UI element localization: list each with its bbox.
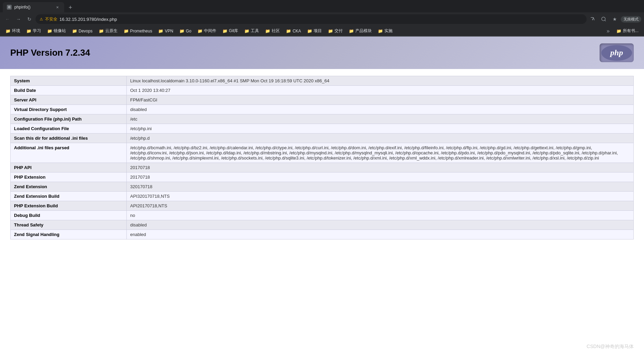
bookmark-item-10[interactable]: 📁 工具 xyxy=(242,27,262,34)
table-key: Zend Extension xyxy=(11,182,127,192)
tab-favicon: ⚙ xyxy=(7,5,12,10)
table-row: Server APIFPM/FastCGI xyxy=(11,95,634,105)
table-row: Configuration File (php.ini) Path/etc xyxy=(11,114,634,124)
bookmark-label: Git库 xyxy=(229,28,238,34)
bookmarks-all-button[interactable]: 📁 所有书... xyxy=(614,27,641,34)
security-icon: ⚠ xyxy=(40,17,43,22)
bookmark-item-1[interactable]: 📁 学习 xyxy=(24,27,44,34)
forward-button[interactable]: → xyxy=(14,14,23,24)
table-value: disabled xyxy=(127,105,634,114)
folder-icon: 📁 xyxy=(197,29,203,33)
table-value: /etc xyxy=(127,114,634,124)
bookmark-item-0[interactable]: 📁 环境 xyxy=(3,27,23,34)
bookmarks-more-button[interactable]: » xyxy=(605,28,612,34)
folder-icon: 📁 xyxy=(328,29,333,33)
table-row: PHP Extension20170718 xyxy=(11,172,634,182)
bookmarks-all-label: 所有书... xyxy=(623,28,639,34)
table-key: Server API xyxy=(11,95,127,105)
bookmark-label: 社区 xyxy=(272,28,280,34)
address-bar[interactable]: ⚠ 不安全 16.32.15.201:9780/index.php xyxy=(36,14,587,24)
table-key: Zend Extension Build xyxy=(11,192,127,201)
table-row: PHP Extension BuildAPI20170718,NTS xyxy=(11,201,634,211)
folder-icon: 📁 xyxy=(616,29,621,33)
folder-icon: 📁 xyxy=(124,29,129,33)
bookmark-item-11[interactable]: 📁 社区 xyxy=(262,27,283,34)
phpinfo-table: SystemLinux localhost.localdomain 3.10.0… xyxy=(10,76,634,239)
bookmark-label: CKA xyxy=(292,29,301,33)
folder-icon: 📁 xyxy=(5,29,11,33)
bookmark-label: 镜像站 xyxy=(54,28,66,34)
bookmark-item-7[interactable]: 📁 Go xyxy=(177,28,194,34)
browser-chrome: ⚙ phpinfo() ✕ + ← → ↻ ⚠ 不安全 16.32.15.201… xyxy=(0,0,644,37)
bookmark-label: VPN xyxy=(165,29,173,33)
toolbar: ← → ↻ ⚠ 不安全 16.32.15.201:9780/index.php … xyxy=(0,12,644,26)
table-row: Zend Extension320170718 xyxy=(11,182,634,192)
table-row: Loaded Configuration File/etc/php.ini xyxy=(11,124,634,134)
toolbar-actions: ★ 无痕模式 xyxy=(588,14,641,24)
tab-close-button[interactable]: ✕ xyxy=(55,4,60,10)
table-key: Additional .ini files parsed xyxy=(11,143,127,163)
php-logo: php xyxy=(600,43,634,62)
table-row: Debug Buildno xyxy=(11,211,634,220)
bookmark-label: 环境 xyxy=(12,28,20,34)
back-button[interactable]: ← xyxy=(3,14,12,24)
bookmark-item-4[interactable]: 📁 云原生 xyxy=(96,27,120,34)
folder-icon: 📁 xyxy=(307,29,312,33)
bookmark-item-16[interactable]: 📁 实施 xyxy=(375,27,395,34)
table-value: 320170718 xyxy=(127,182,634,192)
php-logo-text: php xyxy=(610,48,623,57)
table-key: Loaded Configuration File xyxy=(11,124,127,134)
bookmark-item-5[interactable]: 📁 Prometheus xyxy=(121,28,155,34)
bookmark-item-13[interactable]: 📁 项目 xyxy=(304,27,325,34)
bookmark-label: 项目 xyxy=(314,28,322,34)
table-key: Scan this dir for additional .ini files xyxy=(11,134,127,143)
folder-icon: 📁 xyxy=(99,29,104,33)
table-key: PHP API xyxy=(11,163,127,172)
table-value: Oct 1 2020 13:40:27 xyxy=(127,86,634,95)
bookmark-item-14[interactable]: 📁 交付 xyxy=(325,27,345,34)
zoom-button[interactable] xyxy=(599,14,608,24)
reload-button[interactable]: ↻ xyxy=(25,14,34,24)
incognito-button[interactable]: 无痕模式 xyxy=(621,16,641,23)
table-key: PHP Extension xyxy=(11,172,127,182)
new-tab-button[interactable]: + xyxy=(66,3,75,12)
table-row: Build DateOct 1 2020 13:40:27 xyxy=(11,86,634,95)
php-logo-inner: php xyxy=(601,45,632,61)
bookmark-label: Devops xyxy=(79,29,93,33)
address-text: 16.32.15.201:9780/index.php xyxy=(59,17,117,22)
table-key: PHP Extension Build xyxy=(11,201,127,211)
table-key: Thread Safety xyxy=(11,220,127,230)
folder-icon: 📁 xyxy=(378,29,383,33)
table-key: Virtual Directory Support xyxy=(11,105,127,114)
folder-icon: 📁 xyxy=(179,29,184,33)
bookmark-item-12[interactable]: 📁 CKA xyxy=(283,28,304,34)
table-row: Virtual Directory Supportdisabled xyxy=(11,105,634,114)
folder-icon: 📁 xyxy=(286,29,291,33)
folder-icon: 📁 xyxy=(244,29,249,33)
bookmark-label: 交付 xyxy=(334,28,343,34)
tab-title: phpinfo() xyxy=(14,5,30,10)
table-value: Linux localhost.localdomain 3.10.0-1160.… xyxy=(127,76,634,86)
table-row: PHP API20170718 xyxy=(11,163,634,172)
bookmark-label: 学习 xyxy=(33,28,41,34)
bookmark-item-8[interactable]: 📁 中间件 xyxy=(195,27,219,34)
table-row: SystemLinux localhost.localdomain 3.10.0… xyxy=(11,76,634,86)
bookmark-item-15[interactable]: 📁 产品模块 xyxy=(346,27,374,34)
translate-button[interactable] xyxy=(588,14,598,24)
bookmark-item-6[interactable]: 📁 VPN xyxy=(155,28,176,34)
table-key: Debug Build xyxy=(11,211,127,220)
bookmark-item-3[interactable]: 📁 Devops xyxy=(69,28,95,34)
security-label: 不安全 xyxy=(45,16,57,22)
active-tab[interactable]: ⚙ phpinfo() ✕ xyxy=(3,2,64,12)
bookmark-item-9[interactable]: 📁 Git库 xyxy=(220,27,241,34)
tab-bar: ⚙ phpinfo() ✕ + xyxy=(0,0,644,12)
folder-icon: 📁 xyxy=(222,29,228,33)
bookmark-item-2[interactable]: 📁 镜像站 xyxy=(44,27,69,34)
bookmark-label: 实施 xyxy=(384,28,393,34)
table-key: System xyxy=(11,76,127,86)
table-value: disabled xyxy=(127,220,634,230)
table-value: /etc/php.d/bcmath.ini, /etc/php.d/bz2.in… xyxy=(127,143,634,163)
bookmark-button[interactable]: ★ xyxy=(610,14,619,24)
table-key: Zend Signal Handling xyxy=(11,230,127,239)
table-value: FPM/FastCGI xyxy=(127,95,634,105)
